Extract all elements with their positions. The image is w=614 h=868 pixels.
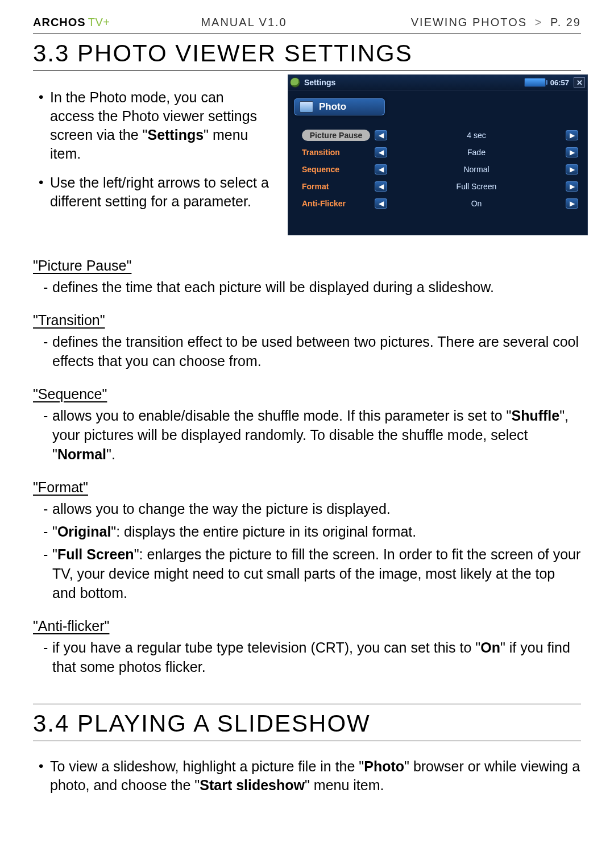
term-transition: "Transition" [33,310,581,330]
setting-label: Transition [302,148,370,157]
setting-value: Fade [392,148,561,157]
setting-row-picture-pause[interactable]: Picture Pause ◀ 4 sec ▶ [302,127,578,144]
settings-screenshot: Settings 06:57 ✕ Photo Picture Pause ◀ 4… [288,74,588,235]
category-tab-label: Photo [319,101,346,113]
page-number: P. 29 [550,16,581,28]
close-icon[interactable]: ✕ [574,77,585,88]
section-title: 3.4 PLAYING A SLIDESHOW [33,710,581,741]
term-desc: allows you to change the way the picture… [43,499,581,518]
manual-page: ARCHOS TV+ MANUAL V1.0 VIEWING PHOTOS > … [0,0,614,868]
setting-value: Normal [392,165,561,174]
intro-text: In the Photo mode, you can access the Ph… [33,74,272,221]
arrow-right-icon[interactable]: ▶ [566,198,578,209]
setting-label: Anti-Flicker [302,199,370,208]
arrow-left-icon[interactable]: ◀ [375,147,387,157]
battery-icon [524,78,546,87]
setting-value: 4 sec [392,131,561,140]
section-playing-slideshow: 3.4 PLAYING A SLIDESHOW [33,704,581,741]
category-tab-photo[interactable]: Photo [294,98,385,115]
setting-row-sequence[interactable]: Sequence ◀ Normal ▶ [302,161,578,178]
gear-icon [291,78,300,87]
arrow-left-icon[interactable]: ◀ [375,181,387,192]
intro-bullet-1: In the Photo mode, you can access the Ph… [35,88,272,163]
settings-title: Settings [304,78,335,87]
arrow-right-icon[interactable]: ▶ [566,130,578,140]
term-desc: "Original": displays the entire picture … [43,522,581,541]
section-title: 3.3 PHOTO VIEWER SETTINGS [33,40,581,71]
brand-logo: ARCHOS [33,16,86,29]
term-picture-pause: "Picture Pause" [33,256,581,275]
settings-titlebar: Settings 06:57 ✕ [288,75,587,90]
chevron-right-icon: > [535,16,543,28]
arrow-left-icon[interactable]: ◀ [375,198,387,209]
setting-label: Format [302,182,370,191]
term-desc: allows you to enable/disable the shuffle… [43,406,581,464]
setting-label: Sequence [302,165,370,174]
breadcrumb-section: VIEWING PHOTOS [411,16,527,28]
term-sequence: "Sequence" [33,384,581,404]
term-desc: defines the time that each picture will … [43,277,581,297]
term-desc: if you have a regular tube type televisi… [43,638,581,676]
intro-bullet-2: Use the left/right arrows to select a di… [35,173,272,211]
settings-rows: Picture Pause ◀ 4 sec ▶ Transition ◀ Fad… [288,124,587,212]
arrow-right-icon[interactable]: ▶ [566,181,578,192]
setting-row-format[interactable]: Format ◀ Full Screen ▶ [302,178,578,195]
manual-version: MANUAL V1.0 [201,16,287,29]
arrow-right-icon[interactable]: ▶ [566,147,578,157]
term-format: "Format" [33,477,581,497]
definitions: "Picture Pause" defines the time that ea… [33,256,581,676]
term-desc: "Full Screen": enlarges the picture to f… [43,545,581,603]
setting-value: On [392,199,561,208]
breadcrumb: VIEWING PHOTOS > P. 29 [411,16,581,29]
brand-suffix: TV+ [88,16,110,29]
intro-row: In the Photo mode, you can access the Ph… [33,74,581,235]
setting-value: Full Screen [392,182,561,191]
arrow-left-icon[interactable]: ◀ [375,164,387,175]
setting-label: Picture Pause [302,130,370,141]
setting-row-anti-flicker[interactable]: Anti-Flicker ◀ On ▶ [302,195,578,212]
page-header: ARCHOS TV+ MANUAL V1.0 VIEWING PHOTOS > … [33,16,581,30]
term-desc: defines the transition effect to be used… [43,332,581,371]
section-photo-viewer-settings: 3.3 PHOTO VIEWER SETTINGS [33,34,581,71]
arrow-right-icon[interactable]: ▶ [566,164,578,175]
settings-window: Settings 06:57 ✕ Photo Picture Pause ◀ 4… [288,74,588,235]
setting-row-transition[interactable]: Transition ◀ Fade ▶ [302,144,578,161]
term-anti-flicker: "Anti-flicker" [33,616,581,636]
clock-readout: 06:57 [550,78,569,87]
slideshow-bullet-1: To view a slideshow, highlight a picture… [35,757,581,795]
arrow-left-icon[interactable]: ◀ [375,130,387,140]
photo-icon [300,101,313,113]
